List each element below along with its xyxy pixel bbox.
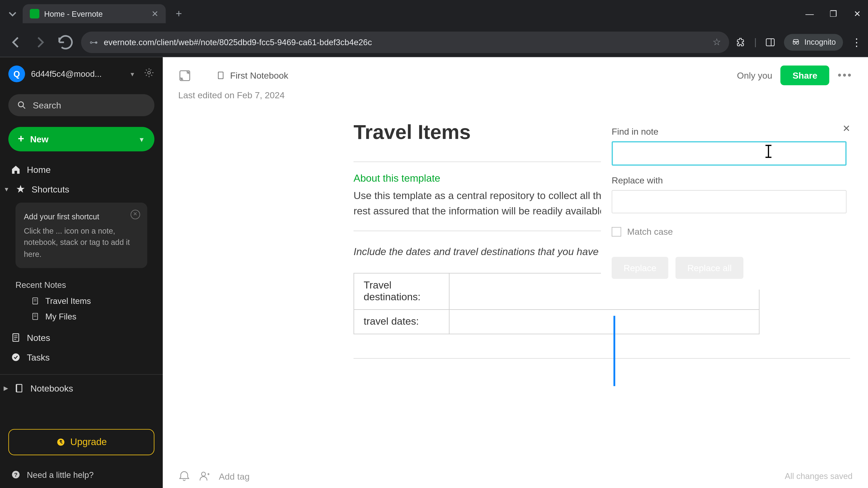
svg-rect-24 — [218, 72, 223, 79]
svg-point-4 — [148, 71, 150, 74]
replace-label: Replace with — [612, 175, 846, 185]
need-help-label: Need a little help? — [27, 470, 94, 480]
reload-button[interactable] — [56, 33, 75, 52]
add-person-icon[interactable] — [198, 470, 211, 482]
divider — [353, 358, 850, 359]
last-edited-label: Last edited on Feb 7, 2024 — [163, 90, 868, 108]
save-status: All changes saved — [785, 471, 852, 481]
forward-button[interactable] — [31, 33, 50, 52]
new-tab-button[interactable]: + — [170, 5, 187, 22]
text-cursor-icon — [768, 145, 769, 158]
table-column-handle[interactable] — [614, 316, 615, 386]
note-footer: Add tag All changes saved — [163, 464, 868, 488]
avatar: Q — [8, 66, 25, 82]
replace-button[interactable]: Replace — [612, 257, 669, 279]
table-row: travel dates: — [354, 310, 759, 334]
reminder-icon[interactable] — [178, 470, 190, 482]
incognito-indicator[interactable]: Incognito — [784, 34, 843, 51]
close-icon[interactable]: ✕ — [842, 123, 850, 134]
address-bar-row: ⊶ evernote.com/client/web#/note/8025dbd9… — [0, 27, 868, 57]
find-label: Find in note — [612, 126, 846, 136]
user-email: 6d44f5c4@mood... — [31, 69, 123, 78]
browser-tab-strip: Home - Evernote ✕ + — ❐ ✕ — [0, 0, 868, 27]
window-controls: — ❐ ✕ — [804, 9, 863, 19]
svg-point-5 — [18, 102, 23, 107]
close-window-icon[interactable]: ✕ — [851, 9, 863, 19]
back-button[interactable] — [6, 33, 25, 52]
sharing-status[interactable]: Only you — [737, 70, 772, 80]
extensions-icon[interactable] — [735, 37, 746, 47]
share-button[interactable]: Share — [780, 66, 829, 85]
incognito-label: Incognito — [804, 37, 836, 46]
need-help-link[interactable]: ? Need a little help? — [0, 464, 163, 488]
find-replace-panel: ✕ Find in note Replace with Match case R… — [601, 116, 857, 290]
browser-menu-icon[interactable]: ⋮ — [851, 35, 862, 48]
table-cell-label[interactable]: Travel destinations: — [354, 273, 449, 310]
svg-text:?: ? — [14, 472, 18, 478]
url-text: evernote.com/client/web#/note/8025dbd9-f… — [104, 37, 707, 47]
more-menu-icon[interactable]: ••• — [838, 69, 852, 82]
svg-point-25 — [202, 472, 206, 476]
breadcrumb-notebook: First Notebook — [230, 70, 288, 80]
find-input[interactable] — [612, 141, 846, 166]
help-icon: ? — [11, 469, 21, 480]
match-case-label: Match case — [627, 226, 673, 236]
breadcrumb[interactable]: First Notebook — [216, 70, 288, 80]
table-cell-label[interactable]: travel dates: — [354, 310, 449, 334]
tab-search-dropdown[interactable] — [5, 6, 20, 22]
expand-icon[interactable] — [178, 69, 191, 82]
note-body[interactable]: Travel Items About this template Use thi… — [0, 108, 868, 464]
svg-point-3 — [796, 41, 799, 44]
evernote-favicon — [30, 9, 39, 19]
chevron-down-icon[interactable]: ▼ — [129, 71, 135, 77]
bookmark-icon[interactable]: ☆ — [712, 36, 721, 48]
checkbox[interactable] — [612, 227, 621, 236]
match-case-row[interactable]: Match case — [612, 226, 846, 236]
main-content: First Notebook Only you Share ••• Last e… — [163, 57, 868, 488]
url-bar[interactable]: ⊶ evernote.com/client/web#/note/8025dbd9… — [81, 31, 729, 53]
tab-title: Home - Evernote — [44, 9, 147, 18]
svg-point-2 — [793, 41, 796, 44]
sidepanel-icon[interactable] — [765, 37, 776, 47]
note-topbar: First Notebook Only you Share ••• — [163, 57, 868, 90]
user-account-row[interactable]: Q 6d44f5c4@mood... ▼ — [0, 57, 163, 88]
gear-icon[interactable] — [144, 67, 154, 80]
notebook-icon — [216, 71, 225, 80]
add-tag-input[interactable]: Add tag — [219, 471, 250, 481]
replace-all-button[interactable]: Replace all — [675, 257, 743, 279]
svg-rect-0 — [766, 38, 774, 46]
maximize-icon[interactable]: ❐ — [828, 9, 839, 19]
minimize-icon[interactable]: — — [804, 9, 815, 19]
table-cell-value[interactable] — [449, 310, 759, 334]
browser-tab[interactable]: Home - Evernote ✕ — [23, 4, 166, 23]
tab-close-icon[interactable]: ✕ — [151, 9, 159, 19]
replace-input[interactable] — [612, 190, 846, 213]
site-settings-icon[interactable]: ⊶ — [90, 37, 98, 47]
